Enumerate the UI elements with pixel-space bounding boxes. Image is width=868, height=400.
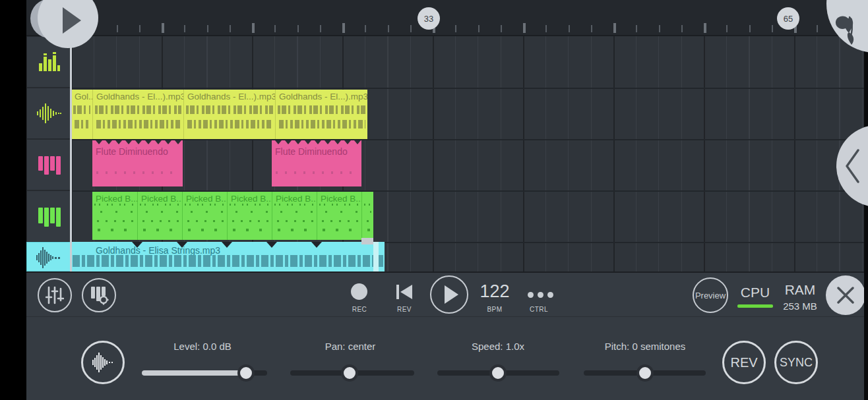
clip-marker-triangle — [222, 242, 232, 248]
midi-clip[interactable]: Picked B... — [137, 192, 182, 240]
clip-selection-handle[interactable] — [361, 238, 373, 244]
clip-label: Picked B... — [321, 194, 361, 204]
ruler-tick — [297, 25, 299, 32]
sync-button[interactable]: SYNC — [774, 341, 818, 384]
clip-label: Goldhands - Elisa Strings.mp3 — [96, 245, 220, 256]
ruler-tick — [591, 25, 592, 32]
rewind-button[interactable] — [395, 283, 414, 300]
track-header-3[interactable] — [26, 139, 71, 190]
ruler-tick — [365, 25, 366, 32]
timeline-marker[interactable]: 33 — [418, 7, 440, 30]
timeline-ruler[interactable] — [26, 0, 868, 36]
dot-icon — [547, 292, 553, 298]
clip-marker-triangle — [177, 242, 187, 248]
record-button[interactable] — [351, 283, 367, 300]
ruler-tick — [523, 23, 526, 33]
track-header-4[interactable] — [26, 190, 71, 242]
midi-clip[interactable]: Picked B... — [92, 192, 137, 240]
timeline-marker[interactable]: 65 — [777, 7, 799, 30]
pitch-slider-thumb[interactable] — [636, 364, 654, 382]
clip-notch — [96, 140, 102, 144]
clip-marker-triangle — [311, 242, 322, 248]
ruler-tick — [342, 23, 345, 33]
play-button[interactable] — [430, 275, 468, 314]
speed-slider-thumb[interactable] — [489, 364, 507, 382]
ruler-tick — [162, 23, 164, 33]
pitch-label: Pitch: 0 semitones — [589, 341, 701, 352]
pan-slider-thumb[interactable] — [341, 364, 358, 382]
ruler-tick — [184, 25, 185, 32]
track-header-2[interactable] — [26, 88, 71, 139]
ruler-tick — [704, 23, 706, 33]
speed-label: Speed: 1.0x — [442, 341, 554, 352]
clip-notch — [295, 140, 301, 144]
mixer-button[interactable] — [38, 278, 72, 312]
left-edge-strip — [0, 0, 26, 400]
record-label: REC — [343, 306, 376, 313]
midi-clip[interactable]: Picked B... — [272, 192, 317, 240]
ruler-tick — [117, 25, 118, 32]
audio-clip[interactable]: Goldhands - El...).mp3 — [275, 90, 367, 139]
ruler-tick — [817, 25, 818, 32]
playhead[interactable] — [70, 36, 72, 271]
sample-preview-button[interactable] — [81, 341, 125, 384]
bpm-value[interactable]: 122 — [475, 281, 514, 302]
clip-label: Picked B... — [96, 194, 137, 204]
midi-clip[interactable]: Picked B... — [227, 192, 272, 240]
clip-notch — [115, 140, 122, 144]
ruler-tick — [478, 25, 480, 32]
cpu-label: CPU — [735, 285, 776, 300]
clip-edge-handle[interactable] — [373, 242, 379, 271]
ruler-tick — [545, 25, 547, 32]
midi-clip[interactable]: Flute Diminuendo — [92, 140, 183, 186]
level-slider-thumb[interactable] — [237, 364, 255, 382]
clip-notch — [165, 140, 171, 144]
track-header-5-selected[interactable] — [26, 242, 71, 271]
audio-clip[interactable]: Gol... — [71, 90, 92, 139]
ruler-tick — [681, 25, 683, 32]
midi-clip[interactable]: Flute Diminuendo — [272, 140, 361, 186]
clip-notch — [155, 140, 162, 144]
channel-settings-button[interactable] — [82, 278, 116, 312]
clip-notch — [106, 140, 112, 144]
bpm-label: BPM — [475, 306, 514, 313]
play-icon — [60, 7, 82, 34]
audio-clip[interactable]: Goldhands - El...).mp3 — [183, 90, 275, 139]
clip-marker-triangle — [266, 242, 277, 248]
clip-notch — [175, 140, 181, 144]
ctrl-label: CTRL — [522, 306, 555, 313]
close-button[interactable] — [826, 275, 865, 315]
ruler-tick — [207, 25, 208, 32]
reverse-button[interactable]: REV — [722, 341, 766, 384]
audio-clip-selected[interactable]: Goldhands - Elisa Strings.mp3 — [71, 242, 385, 271]
ruler-tick — [230, 25, 231, 32]
clip-notch — [305, 140, 311, 144]
clip-label: Gol... — [75, 92, 92, 101]
ruler-tick — [613, 23, 616, 33]
ruler-tick — [252, 23, 255, 33]
preview-button[interactable]: Preview — [693, 277, 728, 313]
clip-label: Picked B... — [186, 194, 227, 204]
waveform-icon — [36, 101, 62, 125]
midi-clip[interactable]: Picked B... — [317, 192, 361, 240]
midi-clip[interactable]: Picked B... — [182, 192, 227, 240]
clip-notch — [354, 140, 361, 144]
cpu-meter — [737, 304, 773, 308]
ruler-tick — [455, 25, 456, 32]
ruler-tick — [726, 25, 728, 32]
ctrl-button[interactable] — [526, 289, 555, 300]
chevron-left-icon — [845, 149, 861, 183]
clip-notch — [135, 140, 142, 144]
clip-notch — [125, 140, 132, 144]
pan-label: Pan: center — [294, 341, 406, 352]
bars-icon — [37, 50, 61, 74]
instrument-gear-icon — [89, 285, 109, 305]
clip-label: Flute Diminuendo — [275, 146, 348, 157]
playlist-area[interactable]: Gol... Goldhands - El...).mp3 Goldhands … — [26, 36, 868, 271]
midi-clip[interactable] — [361, 192, 373, 240]
clip-label: Picked B... — [231, 194, 272, 204]
audio-clip[interactable]: Goldhands - El...).mp3 — [92, 90, 183, 139]
close-icon — [835, 285, 856, 306]
clip-notch — [334, 140, 341, 144]
ruler-tick — [749, 25, 751, 32]
